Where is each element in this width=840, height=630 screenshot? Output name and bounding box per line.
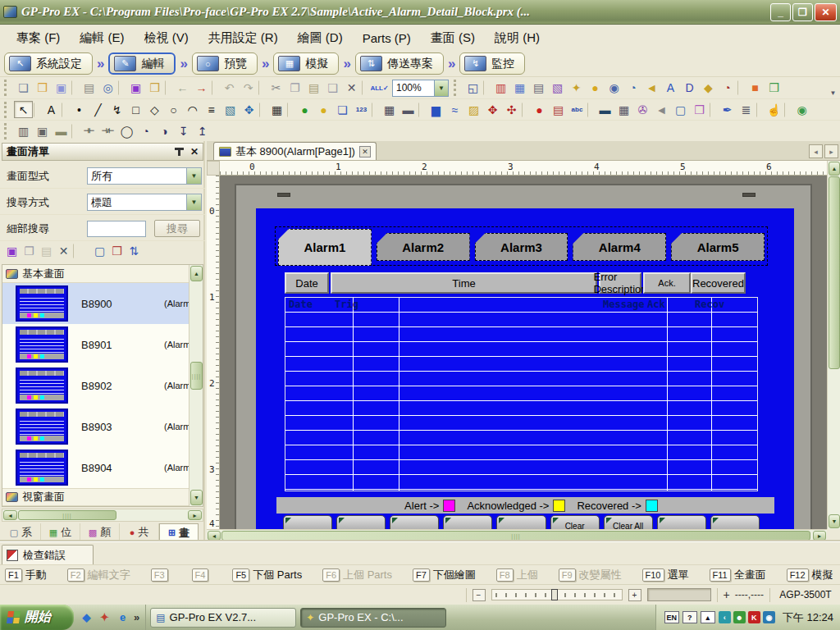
pin-icon[interactable] — [175, 147, 184, 157]
window-screens-section[interactable]: 視窗畫面 — [2, 488, 189, 506]
separator[interactable] — [71, 124, 79, 139]
separator[interactable] — [483, 80, 491, 95]
change-order-icon[interactable]: ⇅ — [126, 243, 143, 260]
transfer-project-button[interactable]: ⇅ 傳送專案 — [355, 52, 444, 75]
editor-tab-8900[interactable]: 基本 8900(Alarm[Page1]) ✕ — [213, 142, 377, 160]
keypad-icon[interactable]: ▦ — [380, 101, 399, 118]
scroll-up-icon[interactable]: ▲ — [829, 162, 840, 176]
scroll-right-icon[interactable]: ▸ — [813, 531, 826, 541]
scale-tool-icon[interactable]: ≡ — [202, 101, 221, 118]
new-screen-icon[interactable]: ▣ — [3, 243, 21, 260]
d-script-icon[interactable]: D — [680, 80, 699, 97]
quicklaunch-media-icon[interactable]: ✦ — [98, 610, 112, 624]
tray-antivirus-icon[interactable]: K — [748, 611, 760, 623]
separator[interactable] — [418, 103, 426, 117]
separator[interactable] — [710, 103, 717, 117]
special-switch-icon[interactable]: ❒ — [690, 101, 709, 118]
line-tool-icon[interactable]: ╱ — [89, 101, 107, 118]
paste-screen-icon[interactable]: ▤ — [38, 243, 55, 260]
print-preview-icon[interactable]: ◎ — [98, 80, 117, 97]
simulation-button[interactable]: ▦ 模擬 — [273, 52, 339, 75]
contact-nc-icon[interactable]: ⊣/⊢ — [98, 122, 117, 139]
quicklaunch-app-icon[interactable]: ◆ — [80, 610, 94, 624]
search-method-select[interactable]: 標題 ▼ — [87, 194, 202, 211]
scroll-left-icon[interactable]: ◂ — [3, 510, 17, 520]
menu-item[interactable]: 編輯 (E) — [70, 26, 134, 50]
separator[interactable] — [522, 103, 529, 117]
sampling-icon[interactable]: ◉ — [605, 80, 623, 97]
zoom-slider[interactable] — [491, 589, 623, 600]
keyboard-icon[interactable]: ▬ — [399, 101, 418, 118]
function-key[interactable]: F3 — [151, 568, 171, 582]
down-icon[interactable]: ↧ — [174, 122, 193, 139]
function-key[interactable]: F5 下個 Parts — [232, 568, 302, 582]
copy-icon[interactable]: ❐ — [285, 80, 304, 97]
tab-nav-right-icon[interactable]: ▸ — [824, 144, 838, 158]
text-icon[interactable]: A — [661, 80, 680, 97]
globe-icon[interactable]: ◉ — [792, 101, 811, 118]
screen-item-b8900[interactable]: B8900 (Alarm (P — [2, 283, 190, 324]
scroll-down-icon[interactable]: ▼ — [190, 490, 203, 505]
timing-chart-icon[interactable]: ▥ — [14, 122, 33, 139]
function-key[interactable]: F10 選單 — [642, 568, 689, 582]
scroll-left-icon[interactable]: ◂ — [208, 531, 221, 541]
alarm-action-button[interactable] — [657, 515, 706, 529]
minimize-button[interactable]: _ — [770, 3, 791, 21]
switch-parts-icon[interactable]: ● — [295, 101, 314, 118]
separator[interactable] — [259, 103, 267, 117]
bar-graph-icon[interactable]: ▆ — [427, 101, 445, 118]
alarm-tab[interactable]: Alarm1 — [278, 229, 372, 266]
image-tool-icon[interactable]: ▧ — [221, 101, 240, 118]
ellipse-tool-icon[interactable]: ○ — [164, 101, 183, 118]
alarm-table[interactable]: DateTrigMessageAckRecov — [285, 297, 758, 491]
error-check-all-icon[interactable]: ALL✓ — [370, 80, 389, 97]
arc-tool-icon[interactable]: ◠ — [183, 101, 202, 118]
delete-screen-icon[interactable]: ✕ — [55, 243, 72, 260]
tab-common[interactable]: ● 共 — [120, 523, 159, 541]
editor-hscrollbar[interactable]: ◂ |||| ▸ — [207, 529, 827, 541]
preview-button[interactable]: ○ 預覽 — [192, 52, 258, 75]
rect-tool-icon[interactable]: □ — [126, 101, 145, 118]
toolbar-grip[interactable] — [454, 80, 460, 96]
menu-item[interactable]: 檢視 (V) — [135, 26, 199, 50]
new-screen-icon[interactable]: ▣ — [126, 80, 145, 97]
zoom-in-button[interactable]: + — [628, 589, 641, 601]
io-screen-icon[interactable]: ▣ — [33, 122, 52, 139]
window-parts-icon[interactable]: ❏ — [333, 101, 352, 118]
workflow-chevron[interactable]: » — [177, 52, 189, 75]
zoom-dropdown-icon[interactable]: ▼ — [434, 80, 448, 96]
editor-canvas[interactable]: Alarm1Alarm2Alarm3Alarm4Alarm5 DateTimeE… — [220, 176, 827, 529]
workflow-chevron[interactable]: » — [340, 52, 353, 75]
alarm-tab[interactable]: Alarm3 — [475, 233, 568, 261]
time-settings-icon[interactable]: ◔ — [623, 80, 642, 97]
detail-search-input[interactable] — [87, 221, 146, 237]
transfer-screen-icon[interactable]: ❒ — [108, 243, 126, 260]
alarm-table-header[interactable]: DateTimeError DescriptionAck.Recovered — [285, 272, 758, 294]
separator[interactable] — [258, 80, 266, 95]
separator[interactable] — [372, 103, 379, 117]
hand-tool-icon[interactable]: ☝ — [765, 101, 783, 118]
close-button[interactable]: ✕ — [815, 3, 837, 21]
dropdown-arrow-icon[interactable]: ▼ — [186, 168, 201, 184]
toolbar-grip[interactable] — [4, 102, 11, 118]
export-icon[interactable]: → — [192, 80, 211, 97]
security-key-icon[interactable]: ✦ — [567, 80, 586, 97]
screen-item-b8902[interactable]: B8902 (Alarm (P — [2, 365, 190, 406]
zoom-out-button[interactable]: − — [472, 589, 486, 601]
editor-vscrollbar[interactable]: ▲ ▼ — [827, 161, 840, 529]
menu-item[interactable]: 繪圖 (D) — [288, 26, 353, 50]
tray-display-icon[interactable]: ◉ — [763, 611, 775, 623]
trend-graph-icon[interactable]: ▨ — [464, 101, 483, 118]
function-key[interactable]: F12 模擬 — [787, 568, 833, 582]
delete-icon[interactable]: ✕ — [342, 80, 361, 97]
toolbar-grip[interactable] — [4, 123, 11, 139]
alarm-tab[interactable]: Alarm5 — [671, 233, 765, 261]
alarm-action-button[interactable] — [390, 515, 439, 529]
alarm-tab[interactable]: Alarm2 — [377, 233, 470, 261]
tab-address[interactable]: ▦ 位 — [41, 523, 80, 541]
function-key[interactable]: F9 改變屬性 — [559, 568, 622, 582]
remote-monitor-icon[interactable]: ▢ — [671, 101, 690, 118]
global-function-icon[interactable]: ◆ — [699, 80, 718, 97]
message-display-icon[interactable]: ≣ — [737, 101, 756, 118]
screen-item-b8903[interactable]: B8903 (Alarm (P — [2, 406, 190, 447]
